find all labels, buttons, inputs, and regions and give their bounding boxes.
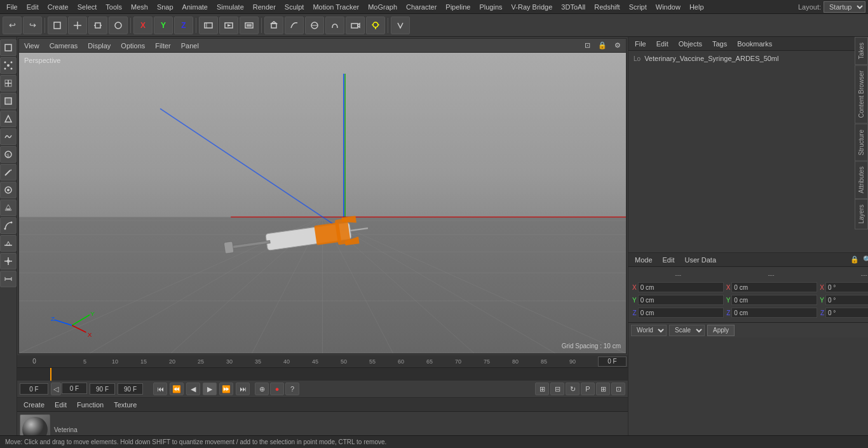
end-frame-field[interactable] — [90, 383, 115, 395]
menu-sculpt[interactable]: Sculpt — [281, 2, 308, 12]
x-size-field[interactable] — [731, 282, 817, 292]
scale-select[interactable]: Scale — [669, 325, 705, 336]
viewport[interactable]: Y Z X Perspective Grid Spacing : 10 cm — [19, 53, 626, 353]
record-button[interactable]: ● — [270, 383, 284, 395]
world-space-select[interactable]: World — [631, 325, 667, 336]
motion-6-button[interactable]: ⊡ — [611, 383, 625, 395]
render-button[interactable] — [240, 17, 259, 34]
y-axis-button[interactable]: Y — [154, 17, 173, 34]
viewport-menu-display[interactable]: Display — [85, 41, 113, 51]
step-back-button[interactable]: ⏪ — [170, 383, 184, 395]
menu-pipeline[interactable]: Pipeline — [442, 2, 474, 12]
menu-plugins[interactable]: Plugins — [475, 2, 506, 12]
objects-menu-bookmarks[interactable]: Bookmarks — [733, 39, 776, 49]
motion-4-button[interactable]: P — [581, 383, 595, 395]
snap-tool-btn[interactable] — [0, 253, 17, 269]
y-size-field[interactable] — [731, 295, 817, 305]
attr-menu-edit[interactable]: Edit — [659, 255, 679, 265]
objects-menu-edit[interactable]: Edit — [653, 39, 672, 49]
objects-menu-objects[interactable]: Objects — [675, 39, 706, 49]
spline-button[interactable] — [285, 17, 304, 34]
menu-vray[interactable]: V-Ray Bridge — [508, 2, 557, 12]
sculpt-mode-btn[interactable] — [0, 128, 17, 145]
motion-1-button[interactable]: ⊞ — [535, 383, 549, 395]
menu-window[interactable]: Window — [652, 2, 684, 12]
viewport-menu-cameras[interactable]: Cameras — [47, 41, 81, 51]
motion-3-button[interactable]: ↻ — [566, 383, 580, 395]
step-forward-button[interactable]: ⏩ — [219, 383, 233, 395]
go-to-end-button[interactable]: ⏭ — [236, 383, 250, 395]
menu-redshift[interactable]: Redshift — [590, 2, 623, 12]
motion-5-button[interactable]: ⊞ — [596, 383, 610, 395]
material-menu-texture[interactable]: Texture — [110, 400, 140, 410]
camera-button[interactable] — [346, 17, 365, 34]
tab-layers[interactable]: Layers — [855, 199, 868, 229]
menu-mesh[interactable]: Mesh — [127, 2, 152, 12]
attr-search-icon[interactable]: 🔍 — [862, 254, 868, 266]
layout-dropdown[interactable]: Startup — [824, 1, 865, 13]
tab-structure[interactable]: Structure — [855, 124, 868, 161]
material-menu-edit[interactable]: Edit — [51, 400, 71, 410]
points-mode-btn[interactable] — [0, 57, 17, 74]
viewport-menu-panel[interactable]: Panel — [179, 41, 201, 51]
timeline-track-area[interactable] — [17, 368, 628, 381]
menu-edit[interactable]: Edit — [23, 2, 43, 12]
preview-end-field[interactable] — [118, 383, 143, 395]
current-frame-field[interactable] — [598, 356, 627, 367]
snap-button[interactable] — [391, 17, 410, 34]
object-mode-btn[interactable] — [0, 39, 17, 56]
move-tool-button[interactable] — [68, 17, 87, 34]
uv-mode-btn[interactable] — [0, 111, 17, 127]
rotate-tool-button[interactable] — [109, 17, 128, 34]
brush-tool-btn[interactable] — [0, 164, 17, 180]
preview-start-field[interactable] — [62, 383, 87, 394]
x-rot-field[interactable] — [825, 282, 868, 292]
menu-script[interactable]: Script — [625, 2, 651, 12]
frame-range-start-btn[interactable]: ◁ — [51, 383, 61, 395]
cube-button[interactable] — [264, 17, 283, 34]
menu-tools[interactable]: Tools — [102, 2, 126, 12]
scale-tool-button[interactable] — [88, 17, 107, 34]
menu-simulate[interactable]: Simulate — [213, 2, 248, 12]
viewport-menu-options[interactable]: Options — [118, 41, 147, 51]
attr-menu-mode[interactable]: Mode — [631, 255, 656, 265]
material-menu-create[interactable]: Create — [20, 400, 48, 410]
y-pos-field[interactable] — [638, 295, 724, 305]
objects-menu-tags[interactable]: Tags — [709, 39, 731, 49]
paint-select-btn[interactable] — [0, 182, 17, 198]
material-menu-function[interactable]: Function — [73, 400, 107, 410]
redo-button[interactable]: ↪ — [23, 17, 42, 34]
smart-fill-btn[interactable] — [0, 200, 17, 216]
menu-character[interactable]: Character — [402, 2, 440, 12]
texture-mode-btn[interactable]: S — [0, 146, 17, 163]
menu-mograph[interactable]: MoGraph — [364, 2, 401, 12]
object-item[interactable]: Lo Veterinary_Vaccine_Syringe_ARDES_50ml — [631, 53, 868, 64]
play-reverse-button[interactable]: ◀ — [186, 383, 200, 395]
menu-select[interactable]: Select — [74, 2, 101, 12]
z-size-field[interactable] — [731, 308, 817, 318]
attr-lock-icon[interactable]: 🔒 — [849, 254, 860, 266]
objects-menu-file[interactable]: File — [631, 39, 650, 49]
go-to-start-button[interactable]: ⏮ — [153, 383, 167, 395]
viewport-icon-maximize[interactable]: ⊡ — [582, 40, 593, 51]
z-pos-field[interactable] — [638, 308, 724, 318]
menu-motion-tracker[interactable]: Motion Tracker — [309, 2, 363, 12]
apply-button[interactable]: Apply — [707, 325, 735, 336]
viewport-icon-settings[interactable]: ⚙ — [612, 40, 623, 51]
nurbs-button[interactable] — [305, 17, 324, 34]
viewport-icon-lock[interactable]: 🔒 — [595, 40, 609, 51]
tab-attributes[interactable]: Attributes — [855, 161, 868, 199]
attr-menu-userdata[interactable]: User Data — [681, 255, 721, 265]
viewport-menu-view[interactable]: View — [22, 41, 42, 51]
start-frame-field[interactable] — [20, 383, 48, 395]
deformer-button[interactable] — [325, 17, 344, 34]
edges-mode-btn[interactable] — [0, 75, 17, 92]
measure-btn[interactable] — [0, 271, 17, 287]
floor-tool-btn[interactable] — [0, 235, 17, 252]
tab-takes[interactable]: Takes — [855, 37, 868, 65]
menu-file[interactable]: File — [3, 2, 22, 12]
undo-button[interactable]: ↩ — [3, 17, 22, 34]
menu-animate[interactable]: Animate — [179, 2, 212, 12]
light-button[interactable] — [366, 17, 385, 34]
menu-create[interactable]: Create — [44, 2, 72, 12]
